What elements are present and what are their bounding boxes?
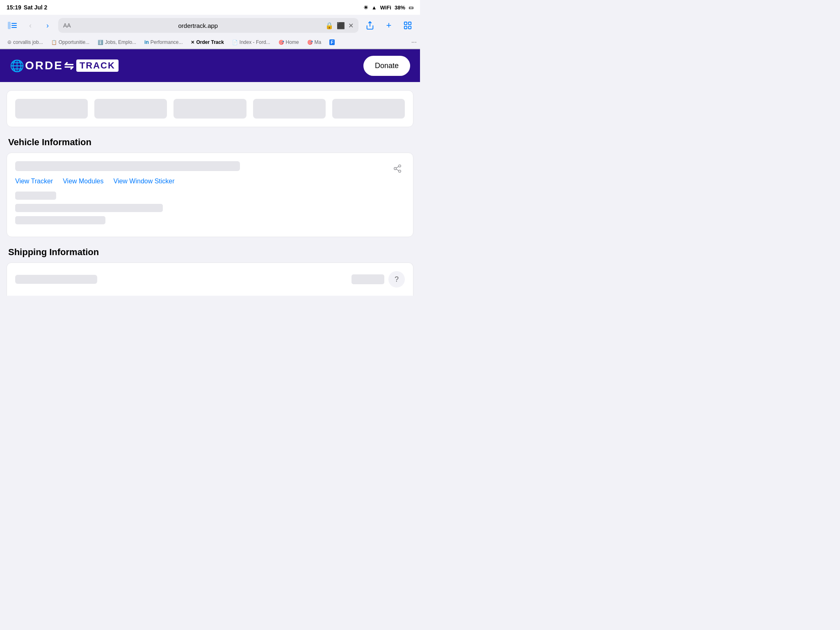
bookmark-opportunities[interactable]: 📋 Opportunitie... — [47, 38, 94, 47]
svg-rect-2 — [11, 25, 17, 26]
status-bar-left: 15:19 Sat Jul 2 — [7, 4, 47, 11]
stat-skeleton-4 — [253, 99, 326, 119]
page-content: Vehicle Information View Tracker View Mo… — [0, 82, 420, 304]
svg-line-13 — [396, 167, 399, 168]
bookmark-jobs[interactable]: ℹ️ Jobs, Emplo... — [94, 38, 140, 47]
jobs-icon: ℹ️ — [98, 40, 103, 45]
svg-rect-5 — [404, 22, 407, 25]
help-button[interactable]: ? — [388, 271, 405, 288]
shipping-header-right: ? — [352, 271, 405, 288]
home-icon: 🎯 — [278, 40, 284, 45]
facebook-icon: F — [329, 39, 335, 45]
logo-track-text: TRACK — [76, 59, 119, 72]
logo-arrows: ⇋ — [64, 59, 74, 73]
shipping-card: ? — [7, 262, 413, 296]
logo-globe-icon: 🌐 — [10, 59, 24, 73]
status-bar: 15:19 Sat Jul 2 ☀ ▲ WiFi 38% ▭ — [0, 0, 420, 15]
vehicle-card: View Tracker View Modules View Window St… — [7, 153, 413, 237]
app-header: 🌐 ORDE ⇋ TRACK Donate — [0, 49, 420, 82]
svg-point-10 — [394, 167, 397, 170]
lock-icon: 🔒 — [325, 22, 333, 30]
bookmark-f[interactable]: F — [325, 38, 339, 47]
logo-order-text: ORDE — [25, 59, 63, 72]
svg-rect-1 — [11, 23, 17, 24]
bookmark-corvallis[interactable]: ☮ corvallis job... — [3, 38, 47, 47]
corvallis-icon: ☮ — [7, 40, 11, 45]
sidebar-toggle-button[interactable] — [5, 18, 20, 33]
bookmark-corvallis-label: corvallis job... — [13, 39, 43, 45]
battery: 38% — [395, 5, 405, 11]
vehicle-detail-skeleton-3 — [15, 216, 105, 224]
view-modules-link[interactable]: View Modules — [63, 178, 103, 185]
date: Sat Jul 2 — [24, 4, 48, 11]
url-icons: 🔒 — [325, 22, 333, 30]
shipping-header: ? — [15, 271, 405, 288]
vehicle-detail-skeleton-1 — [15, 192, 56, 200]
ford-icon: 📄 — [232, 40, 238, 45]
tabs-button[interactable] — [400, 18, 415, 33]
svg-rect-8 — [409, 26, 411, 29]
shipping-section-title: Shipping Information — [7, 247, 413, 258]
svg-point-11 — [399, 170, 401, 173]
bookmark-index-ford[interactable]: 📄 Index - Ford... — [228, 38, 274, 47]
svg-rect-7 — [404, 26, 407, 29]
signal-icon: ▲ — [372, 5, 377, 11]
vehicle-detail-skeleton-2 — [15, 204, 163, 212]
forward-button[interactable]: › — [41, 19, 54, 32]
reader-view-button[interactable]: ⬛ — [337, 22, 345, 30]
bookmark-ma[interactable]: 🎯 Ma — [303, 38, 326, 47]
text-size-control[interactable]: AA — [63, 22, 71, 29]
opportunities-icon: 📋 — [51, 40, 57, 45]
bookmark-opportunities-label: Opportunitie... — [59, 39, 89, 45]
svg-rect-6 — [409, 22, 411, 25]
ordertrack-close-icon: ✕ — [191, 40, 194, 45]
time: 15:19 — [7, 4, 21, 11]
stat-skeleton-2 — [94, 99, 167, 119]
bookmark-home-label: Home — [286, 39, 299, 45]
brightness-icon: ☀ — [363, 5, 368, 11]
new-tab-button[interactable]: + — [381, 18, 396, 33]
close-tab-button[interactable]: ✕ — [348, 22, 354, 30]
bookmark-jobs-label: Jobs, Emplo... — [105, 39, 136, 45]
linkedin-icon: in — [144, 39, 149, 45]
view-window-sticker-link[interactable]: View Window Sticker — [114, 178, 175, 185]
svg-rect-3 — [11, 27, 17, 28]
url-display: ordertrack.app — [74, 22, 322, 29]
ma-icon: 🎯 — [307, 40, 313, 45]
bookmark-ordertrack[interactable]: ✕ Order Track — [187, 38, 228, 47]
bookmarks-bar: ☮ corvallis job... 📋 Opportunitie... ℹ️ … — [0, 36, 420, 49]
vehicle-title-skeleton — [15, 161, 240, 171]
share-icon[interactable] — [390, 161, 405, 176]
stat-skeleton-3 — [173, 99, 246, 119]
vehicle-info: View Tracker View Modules View Window St… — [15, 161, 390, 228]
bookmark-home[interactable]: 🎯 Home — [274, 38, 303, 47]
bookmarks-more-icon[interactable]: ··· — [411, 39, 417, 46]
bookmark-performance-label: Performance... — [151, 39, 183, 45]
svg-point-9 — [399, 165, 401, 167]
browser-toolbar: ‹ › AA ordertrack.app 🔒 ⬛ ✕ + — [0, 15, 420, 36]
stat-skeleton-5 — [332, 99, 405, 119]
share-button[interactable] — [363, 18, 377, 33]
url-bar[interactable]: AA ordertrack.app 🔒 ⬛ ✕ — [58, 18, 358, 33]
battery-icon: ▭ — [409, 5, 413, 11]
view-tracker-link[interactable]: View Tracker — [15, 178, 53, 185]
stats-row — [7, 90, 413, 127]
status-bar-right: ☀ ▲ WiFi 38% ▭ — [363, 5, 413, 11]
bookmark-performance[interactable]: in Performance... — [140, 38, 187, 47]
app-logo: 🌐 ORDE ⇋ TRACK — [10, 59, 119, 73]
shipping-status-skeleton — [352, 274, 384, 284]
shipping-title-skeleton — [15, 275, 97, 284]
svg-line-12 — [396, 169, 399, 171]
bookmark-ma-label: Ma — [315, 39, 322, 45]
svg-rect-0 — [8, 22, 11, 29]
stat-skeleton-1 — [15, 99, 88, 119]
vehicle-card-header: View Tracker View Modules View Window St… — [15, 161, 405, 228]
bookmark-ordertrack-label: Order Track — [196, 39, 224, 45]
wifi-icon: WiFi — [380, 5, 391, 11]
vehicle-section-title: Vehicle Information — [7, 137, 413, 148]
vehicle-links: View Tracker View Modules View Window St… — [15, 178, 390, 185]
back-button[interactable]: ‹ — [24, 19, 37, 32]
bookmark-ford-label: Index - Ford... — [240, 39, 270, 45]
browser-chrome: ‹ › AA ordertrack.app 🔒 ⬛ ✕ + — [0, 15, 420, 49]
donate-button[interactable]: Donate — [363, 56, 410, 76]
